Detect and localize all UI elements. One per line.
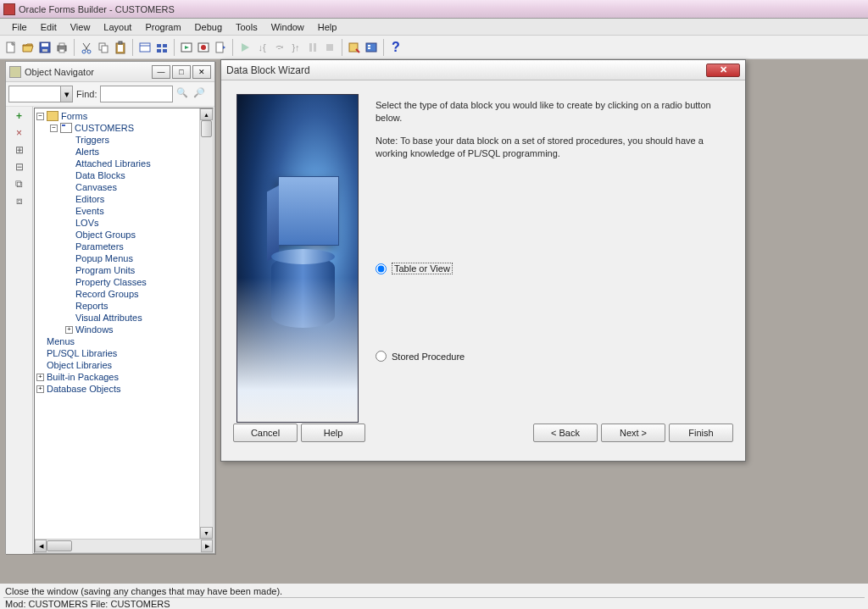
navigator-combo[interactable]: ▾ <box>8 86 73 102</box>
navigator-titlebar[interactable]: Object Navigator — □ ✕ <box>6 62 214 82</box>
chevron-down-icon[interactable]: ▾ <box>60 86 72 102</box>
create-icon[interactable]: + <box>14 110 25 122</box>
radio-stored-procedure[interactable]: Stored Procedure <box>376 351 723 362</box>
cancel-button[interactable]: Cancel <box>233 424 298 442</box>
radio-input[interactable] <box>376 263 387 274</box>
copy-icon[interactable] <box>96 40 111 55</box>
menu-window[interactable]: Window <box>264 20 311 34</box>
tree-node-child[interactable]: Property Classes <box>35 276 213 288</box>
scroll-down-icon[interactable]: ▼ <box>200 527 213 539</box>
expand-toggle-icon[interactable]: + <box>36 385 44 393</box>
tree-node-child[interactable]: Triggers <box>35 134 213 146</box>
tool-a-icon[interactable] <box>347 40 362 55</box>
maximize-button[interactable]: □ <box>172 65 191 79</box>
collapse-all-icon[interactable]: ⧈ <box>14 195 25 207</box>
help-icon[interactable]: ? <box>388 40 403 55</box>
menu-tools[interactable]: Tools <box>229 20 264 34</box>
wizard-titlebar[interactable]: Data Block Wizard ✕ <box>221 60 745 80</box>
scroll-right-icon[interactable]: ▶ <box>201 540 213 552</box>
data-block-wizard-dialog: Data Block Wizard ✕ Select the type of d… <box>220 59 746 462</box>
tree-node-objlib[interactable]: Object Libraries <box>35 359 213 371</box>
scroll-thumb[interactable] <box>47 540 72 551</box>
next-button[interactable]: Next > <box>601 424 665 442</box>
scroll-thumb[interactable] <box>201 120 212 137</box>
expand-toggle-icon[interactable]: + <box>65 326 73 334</box>
expand-icon[interactable]: ⊞ <box>14 144 25 156</box>
tool-b-icon[interactable] <box>364 40 379 55</box>
tree-node-child[interactable]: Attached Libraries <box>35 158 213 169</box>
play-icon[interactable] <box>237 40 253 55</box>
tree-node-child[interactable]: Alerts <box>35 146 213 158</box>
tree-node-child[interactable]: Popup Menus <box>35 252 213 264</box>
menu-debug[interactable]: Debug <box>188 20 229 34</box>
collapse-icon[interactable]: ⊟ <box>14 161 25 173</box>
tree-node-child[interactable]: Parameters <box>35 241 213 252</box>
tree-node-windows[interactable]: +Windows <box>35 324 213 335</box>
tree-node-child[interactable]: Object Groups <box>35 229 213 241</box>
cut-icon[interactable] <box>79 40 94 55</box>
find-input[interactable] <box>100 86 173 102</box>
scroll-up-icon[interactable]: ▲ <box>200 108 213 120</box>
new-icon[interactable] <box>3 40 19 55</box>
delete-icon[interactable]: × <box>14 127 25 139</box>
tree-node-child[interactable]: Data Blocks <box>35 169 213 181</box>
wizard-banner-image <box>236 94 359 423</box>
run-debug-icon[interactable] <box>196 40 211 55</box>
menu-view[interactable]: View <box>64 20 97 34</box>
print-icon[interactable] <box>54 40 70 55</box>
tree-label: Record Groups <box>75 289 139 299</box>
save-icon[interactable] <box>37 40 53 55</box>
tree-node-child[interactable]: Canvases <box>35 181 213 193</box>
close-button[interactable]: ✕ <box>192 65 211 79</box>
radio-input[interactable] <box>376 351 387 362</box>
collapse-toggle-icon[interactable]: − <box>36 113 44 120</box>
tree-node-child[interactable]: Editors <box>35 193 213 205</box>
close-button[interactable]: ✕ <box>706 64 740 77</box>
tree-node-child[interactable]: LOVs <box>35 217 213 229</box>
svg-rect-35 <box>368 47 370 49</box>
expand-toggle-icon[interactable]: + <box>36 374 44 381</box>
tree-view[interactable]: −Forms −CUSTOMERS TriggersAlertsAttached… <box>34 108 214 553</box>
stop-icon[interactable] <box>322 40 337 55</box>
menu-help[interactable]: Help <box>311 20 344 34</box>
finish-button[interactable]: Finish <box>669 424 733 442</box>
find-label: Find: <box>76 89 97 99</box>
wizard-title: Data Block Wizard <box>226 64 706 76</box>
tree-node-builtin[interactable]: +Built-in Packages <box>35 371 213 383</box>
step-over-icon[interactable]: ⤼ <box>271 40 287 55</box>
scroll-left-icon[interactable]: ◀ <box>35 540 47 552</box>
tree-node-customers[interactable]: −CUSTOMERS <box>35 122 213 134</box>
find-next-icon[interactable]: 🔎 <box>193 87 207 101</box>
run-form-icon[interactable] <box>179 40 194 55</box>
open-icon[interactable] <box>20 40 36 55</box>
find-prev-icon[interactable]: 🔍 <box>176 87 190 101</box>
menu-edit[interactable]: Edit <box>34 20 64 34</box>
menu-program[interactable]: Program <box>138 20 187 34</box>
paste-icon[interactable] <box>113 40 128 55</box>
tree-node-child[interactable]: Visual Attributes <box>35 312 213 324</box>
horizontal-scrollbar[interactable]: ◀ ▶ <box>35 539 213 552</box>
step-into-icon[interactable]: ↓{ <box>254 40 270 55</box>
compile-icon[interactable] <box>213 40 228 55</box>
tree-node-menus[interactable]: Menus <box>35 335 213 347</box>
help-button[interactable]: Help <box>301 424 365 442</box>
minimize-button[interactable]: — <box>152 65 170 79</box>
tree-node-child[interactable]: Program Units <box>35 264 213 276</box>
block-wizard-icon[interactable] <box>154 40 170 55</box>
radio-table-or-view[interactable]: Table or View <box>376 263 723 274</box>
menu-file[interactable]: File <box>5 20 34 34</box>
back-button[interactable]: < Back <box>533 424 598 442</box>
expand-all-icon[interactable]: ⧉ <box>14 178 25 190</box>
vertical-scrollbar[interactable]: ▲ ▼ <box>199 108 213 539</box>
tree-node-dbobj[interactable]: +Database Objects <box>35 383 213 395</box>
pause-icon[interactable] <box>305 40 320 55</box>
menu-layout[interactable]: Layout <box>97 20 138 34</box>
step-out-icon[interactable]: }↑ <box>288 40 303 55</box>
tree-node-plsql[interactable]: PL/SQL Libraries <box>35 347 213 359</box>
tree-node-child[interactable]: Events <box>35 205 213 217</box>
collapse-toggle-icon[interactable]: − <box>50 125 58 132</box>
tree-node-child[interactable]: Reports <box>35 300 213 312</box>
layout-wizard-icon[interactable] <box>137 40 153 55</box>
tree-node-forms[interactable]: −Forms <box>35 110 213 122</box>
tree-node-child[interactable]: Record Groups <box>35 288 213 300</box>
